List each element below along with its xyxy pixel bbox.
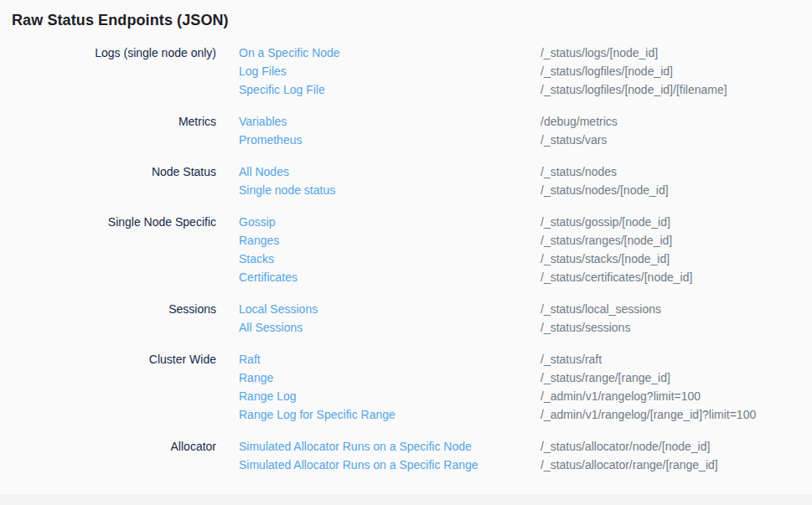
endpoint-url: /_status/raft [540,350,602,368]
endpoint-row: Local Sessions/_status/local_sessions [239,300,661,318]
endpoint-url: /debug/metrics [540,112,618,131]
endpoint-link[interactable]: Local Sessions [239,300,540,318]
endpoint-link[interactable]: Range Log for Specific Range [239,405,540,424]
endpoint-rows: Raft/_status/raftRange/_status/range/[ra… [239,350,756,424]
raw-status-endpoints-page: Raw Status Endpoints (JSON) Logs (single… [0,0,812,474]
endpoint-section: Logs (single node only)On a Specific Nod… [12,44,800,99]
endpoint-rows: All Nodes/_status/nodesSingle node statu… [239,162,669,199]
endpoint-row: All Sessions/_status/sessions [239,318,661,337]
endpoint-link[interactable]: Log Files [239,62,540,80]
endpoint-section: Cluster WideRaft/_status/raftRange/_stat… [12,350,800,424]
endpoint-rows: Simulated Allocator Runs on a Specific N… [239,437,718,474]
section-category-label: Sessions [12,300,216,337]
endpoint-link[interactable]: Specific Log File [239,80,540,99]
endpoint-url: /_status/stacks/[node_id] [540,250,670,268]
endpoint-row: Range Log/_admin/v1/rangelog?limit=100 [239,387,756,405]
endpoint-link[interactable]: On a Specific Node [239,44,540,62]
endpoint-rows: Gossip/_status/gossip/[node_id]Ranges/_s… [239,213,692,286]
section-category-label: Logs (single node only) [12,44,216,99]
endpoint-rows: On a Specific Node/_status/logs/[node_id… [239,44,727,99]
section-category-label: Allocator [12,437,216,474]
endpoint-link[interactable]: Simulated Allocator Runs on a Specific N… [239,437,540,456]
endpoint-row: All Nodes/_status/nodes [239,162,669,181]
endpoint-link[interactable]: Simulated Allocator Runs on a Specific R… [239,456,540,474]
endpoint-url: /_status/logfiles/[node_id]/[filename] [540,80,727,99]
endpoint-url: /_status/range/[range_id] [540,368,670,387]
endpoint-url: /_status/sessions [540,318,630,337]
endpoint-url: /_status/allocator/range/[range_id] [540,456,718,474]
endpoint-section: SessionsLocal Sessions/_status/local_ses… [12,300,800,337]
endpoint-url: /_status/certificates/[node_id] [540,268,692,286]
endpoint-row: Simulated Allocator Runs on a Specific R… [239,456,718,474]
endpoint-row: Range/_status/range/[range_id] [239,368,756,387]
endpoint-url: /_status/ranges/[node_id] [540,231,672,250]
sections: Logs (single node only)On a Specific Nod… [12,44,800,474]
section-category-label: Metrics [12,112,216,149]
endpoint-row: Prometheus/_status/vars [239,131,618,149]
endpoint-link[interactable]: Raft [239,350,540,368]
endpoint-link[interactable]: Certificates [239,268,540,286]
endpoint-row: Specific Log File/_status/logfiles/[node… [239,80,727,99]
endpoint-link[interactable]: Ranges [239,231,540,250]
endpoint-rows: Variables/debug/metricsPrometheus/_statu… [239,112,618,149]
footer-band [0,494,812,505]
endpoint-link[interactable]: Gossip [239,213,540,231]
endpoint-row: Log Files/_status/logfiles/[node_id] [239,62,727,80]
endpoint-url: /_status/allocator/node/[node_id] [540,437,710,456]
endpoint-row: Gossip/_status/gossip/[node_id] [239,213,692,231]
endpoint-url: /_status/nodes/[node_id] [540,181,669,199]
endpoint-link[interactable]: Single node status [239,181,540,199]
endpoint-row: Single node status/_status/nodes/[node_i… [239,181,669,199]
endpoint-row: Certificates/_status/certificates/[node_… [239,268,692,286]
endpoint-link[interactable]: Stacks [239,250,540,268]
endpoint-rows: Local Sessions/_status/local_sessionsAll… [239,300,661,337]
endpoint-link[interactable]: All Nodes [239,162,540,181]
endpoint-url: /_status/nodes [540,162,617,181]
endpoint-row: Simulated Allocator Runs on a Specific N… [239,437,718,456]
endpoint-section: Single Node SpecificGossip/_status/gossi… [12,213,800,286]
endpoint-link[interactable]: Prometheus [239,131,540,149]
endpoint-link[interactable]: Range [239,368,540,387]
endpoint-row: Variables/debug/metrics [239,112,618,131]
endpoint-row: Range Log for Specific Range/_admin/v1/r… [239,405,756,424]
endpoint-link[interactable]: Range Log [239,387,540,405]
endpoint-url: /_status/local_sessions [540,300,661,318]
section-category-label: Single Node Specific [12,213,216,286]
endpoint-section: Node StatusAll Nodes/_status/nodesSingle… [12,162,800,199]
endpoint-url: /_status/vars [540,131,607,149]
section-category-label: Node Status [12,162,216,199]
page-title: Raw Status Endpoints (JSON) [12,12,800,29]
endpoint-url: /_status/logfiles/[node_id] [540,62,673,80]
endpoint-row: Ranges/_status/ranges/[node_id] [239,231,692,250]
endpoint-row: Raft/_status/raft [239,350,756,368]
endpoint-url: /_status/gossip/[node_id] [540,213,670,231]
endpoint-link[interactable]: Variables [239,112,540,131]
endpoint-row: On a Specific Node/_status/logs/[node_id… [239,44,727,62]
endpoint-row: Stacks/_status/stacks/[node_id] [239,250,692,268]
endpoint-section: MetricsVariables/debug/metricsPrometheus… [12,112,800,149]
endpoint-url: /_admin/v1/rangelog/[range_id]?limit=100 [540,405,756,424]
endpoint-url: /_admin/v1/rangelog?limit=100 [540,387,701,405]
endpoint-section: AllocatorSimulated Allocator Runs on a S… [12,437,800,474]
endpoint-link[interactable]: All Sessions [239,318,540,337]
section-category-label: Cluster Wide [12,350,216,424]
endpoint-url: /_status/logs/[node_id] [540,44,658,62]
